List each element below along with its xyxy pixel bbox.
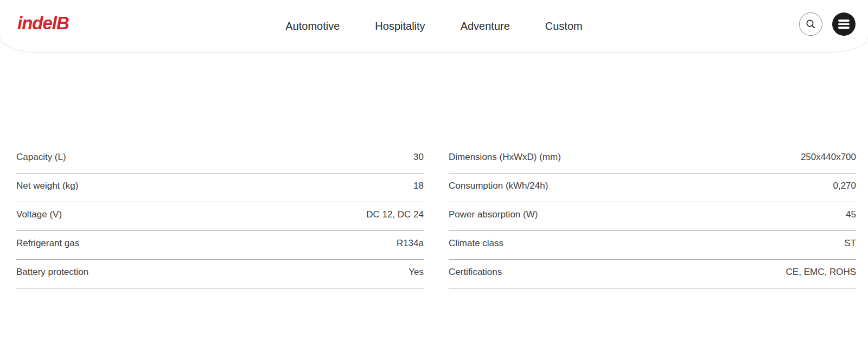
nav-item-hospitality[interactable]: Hospitality [375, 20, 425, 33]
spec-value: 250x440x700 [801, 152, 856, 162]
hamburger-menu-icon [838, 20, 850, 22]
spec-row: Dimensions (HxWxD) (mm)250x440x700 [449, 145, 856, 174]
nav-item-adventure[interactable]: Adventure [461, 20, 510, 33]
spec-row: Battery protectionYes [16, 260, 424, 288]
nav-item-automotive[interactable]: Automotive [285, 20, 340, 33]
spec-row: CertificationsCE, EMC, ROHS [449, 260, 856, 288]
specs-column-left: Capacity (L)30Net weight (kg)18Voltage (… [16, 145, 424, 288]
spec-label: Climate class [449, 239, 503, 248]
spec-row: Refrigerant gasR134a [16, 231, 424, 260]
search-icon [806, 19, 816, 29]
menu-button[interactable] [832, 12, 856, 36]
spec-label: Power absorption (W) [449, 210, 538, 220]
nav-item-custom[interactable]: Custom [545, 20, 583, 33]
specs-table: Capacity (L)30Net weight (kg)18Voltage (… [0, 145, 868, 288]
spec-value: 18 [413, 181, 424, 191]
spec-label: Dimensions (HxWxD) (mm) [449, 152, 561, 162]
search-button[interactable] [799, 12, 822, 36]
spec-value: 30 [413, 152, 424, 162]
specs-column-right: Dimensions (HxWxD) (mm)250x440x700Consum… [449, 145, 856, 288]
spec-row: Net weight (kg)18 [16, 174, 424, 202]
spec-value: R134a [397, 239, 424, 248]
spec-label: Consumption (kWh/24h) [449, 181, 548, 191]
spec-value: Yes [409, 267, 424, 277]
spec-row: Voltage (V)DC 12, DC 24 [16, 202, 424, 231]
spec-label: Net weight (kg) [16, 181, 78, 191]
spec-row: Climate classST [449, 231, 856, 260]
spec-label: Capacity (L) [16, 152, 66, 162]
spec-value: 0,270 [833, 181, 856, 191]
spec-row: Consumption (kWh/24h)0,270 [449, 174, 856, 202]
header-actions [799, 12, 856, 36]
spec-row: Power absorption (W)45 [449, 202, 856, 231]
spec-row: Capacity (L)30 [16, 145, 424, 174]
spec-value: CE, EMC, ROHS [786, 267, 856, 277]
spec-label: Certifications [449, 267, 502, 277]
header: indelB Automotive Hospitality Adventure … [0, 0, 868, 53]
spec-label: Battery protection [16, 267, 88, 277]
spec-value: ST [844, 239, 856, 248]
main-nav: Automotive Hospitality Adventure Custom [285, 0, 582, 53]
spec-value: DC 12, DC 24 [366, 210, 424, 220]
spec-value: 45 [846, 210, 856, 220]
brand-logo[interactable]: indelB [17, 13, 69, 34]
spec-label: Voltage (V) [16, 210, 62, 220]
spec-label: Refrigerant gas [16, 239, 79, 248]
